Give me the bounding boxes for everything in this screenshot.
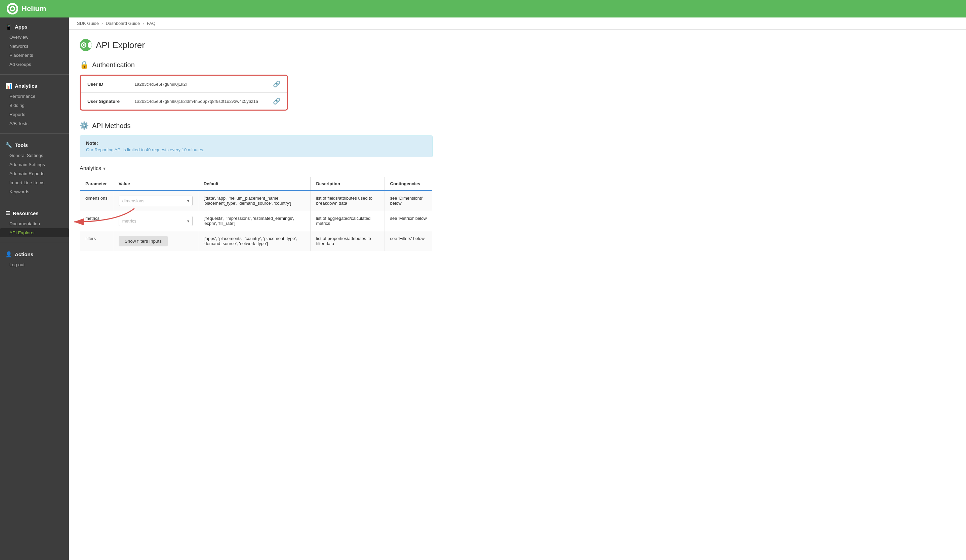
divider-2 [0,133,69,134]
chevron-down-icon: ▾ [103,166,105,171]
sidebar-item-reports[interactable]: Reports [0,110,69,119]
sidebar-item-performance[interactable]: Performance [0,92,69,101]
topbar: Helium [0,0,966,18]
default-dimensions: ['date', 'app', 'helium_placement_name',… [198,190,310,211]
sidebar-section-tools-header[interactable]: 🔧 Tools [0,139,69,151]
sidebar-item-adgroups[interactable]: Ad Groups [0,60,69,69]
sidebar-section-resources-header[interactable]: ☰ Resources [0,207,69,219]
auth-value-userid: 1a2b3c4d5e6f7g8h9i0j1k2l [135,82,266,87]
sidebar-item-api-explorer[interactable]: API Explorer [0,228,69,237]
sidebar-item-networks[interactable]: Networks [0,42,69,51]
auth-section-title: Authentication [92,61,135,69]
sidebar-item-keywords[interactable]: Keywords [0,187,69,196]
sidebar-section-apps-label: Apps [15,24,28,30]
divider-3 [0,202,69,202]
sidebar-section-resources: ☰ Resources Documentation API Explorer [0,204,69,241]
col-default: Default [198,177,310,191]
sidebar-section-actions-label: Actions [15,251,33,257]
default-metrics: ['requests', 'impressions', 'estimated_e… [198,211,310,231]
sidebar-item-documentation[interactable]: Documentation [0,219,69,228]
description-filters: list of properties/attributes to filter … [310,231,384,251]
auth-label-signature: User Signature [87,99,135,104]
sidebar-section-tools: 🔧 Tools General Settings Adomain Setting… [0,136,69,200]
sidebar-section-analytics-label: Analytics [15,83,37,89]
sidebar-item-general-settings[interactable]: General Settings [0,151,69,160]
sidebar-item-adomain-settings[interactable]: Adomain Settings [0,160,69,169]
contingencies-dimensions: see 'Dimensions' below [384,190,432,211]
sidebar-item-adomain-reports[interactable]: Adomain Reports [0,169,69,178]
note-text: Our Reporting API is limited to 40 reque… [86,147,426,152]
col-description: Description [310,177,384,191]
divider-1 [0,74,69,75]
sidebar-item-bidding[interactable]: Bidding [0,101,69,110]
api-methods-table: Parameter Value Default Description Cont… [80,177,432,251]
api-methods-header: ⚙️ API Methods [80,122,955,130]
divider-4 [0,243,69,243]
page-title-row: API Explorer [80,39,955,51]
sidebar-item-overview[interactable]: Overview [0,33,69,42]
analytics-section-header[interactable]: Analytics ▾ [80,165,955,171]
gear-icon: ⚙️ [80,122,89,130]
content-area: API Explorer 🔒 Authentication User ID 1a… [69,30,966,560]
link-icon-userid[interactable]: 🔗 [266,80,280,88]
breadcrumb-item-dashboard[interactable]: Dashboard Guide [105,21,140,26]
sidebar-item-placements[interactable]: Placements [0,51,69,60]
note-box: Note: Our Reporting API is limited to 40… [80,135,432,157]
table-row: filters Show filters Inputs ['apps', 'pl… [80,231,432,251]
sidebar-item-import-line-items[interactable]: Import Line Items [0,178,69,187]
sidebar-item-logout[interactable]: Log out [0,260,69,269]
auth-value-signature: 1a2b3c4d5e6f7g8h9i0j1k2l3m4n5o6p7q8r9s0t… [135,99,266,104]
description-metrics: list of aggregated/calculated metrics [310,211,384,231]
svg-point-2 [11,7,14,10]
table-row: metrics metrics ['requests', 'impression… [80,211,432,231]
analytics-section-label: Analytics [80,165,101,171]
note-title: Note: [86,141,426,146]
contingencies-metrics: see 'Metrics' below [384,211,432,231]
value-metrics[interactable]: metrics [113,211,198,231]
breadcrumb: SDK Guide › Dashboard Guide › FAQ [69,18,966,30]
lock-icon: 🔒 [80,61,89,69]
table-row: dimensions dimensions ['date', 'app', 'h… [80,190,432,211]
metrics-select-wrapper[interactable]: metrics [119,216,192,226]
phone-icon: 📱 [5,23,12,30]
auth-section-header: 🔒 Authentication [80,61,955,69]
breadcrumb-item-sdk[interactable]: SDK Guide [77,21,99,26]
sidebar-section-analytics: 📊 Analytics Performance Bidding Reports … [0,77,69,131]
table-header-row: Parameter Value Default Description Cont… [80,177,432,191]
api-methods-title: API Methods [92,122,131,130]
auth-box: User ID 1a2b3c4d5e6f7g8h9i0j1k2l 🔗 User … [80,75,288,111]
auth-row-userid: User ID 1a2b3c4d5e6f7g8h9i0j1k2l 🔗 [80,76,287,93]
logo[interactable]: Helium [7,3,46,15]
contingencies-filters: see 'Filters' below [384,231,432,251]
sidebar-section-apps: 📱 Apps Overview Networks Placements Ad G… [0,18,69,72]
default-filters: ['apps', 'placements', 'country', 'place… [198,231,310,251]
sidebar-section-apps-header[interactable]: 📱 Apps [0,21,69,33]
param-filters: filters [80,231,113,251]
show-filters-button[interactable]: Show filters Inputs [119,236,168,246]
dimensions-select-wrapper[interactable]: dimensions [119,195,192,206]
col-value: Value [113,177,198,191]
api-methods-section: ⚙️ API Methods Note: Our Reporting API i… [80,122,955,251]
dimensions-select[interactable]: dimensions [119,195,192,206]
description-dimensions: list of fields/attributes used to breakd… [310,190,384,211]
col-parameter: Parameter [80,177,113,191]
sidebar-section-actions: 👤 Actions Log out [0,245,69,273]
metrics-select[interactable]: metrics [119,216,192,226]
person-icon: 👤 [5,251,12,258]
auth-row-signature: User Signature 1a2b3c4d5e6f7g8h9i0j1k2l3… [80,93,287,110]
param-metrics: metrics [80,211,113,231]
sidebar-item-abtests[interactable]: A/B Tests [0,119,69,128]
sidebar-section-resources-label: Resources [13,210,39,216]
logo-icon [7,3,18,15]
sidebar-section-actions-header[interactable]: 👤 Actions [0,248,69,260]
breadcrumb-item-faq[interactable]: FAQ [147,21,156,26]
col-contingencies: Contingencies [384,177,432,191]
resources-icon: ☰ [5,210,10,217]
main-layout: 📱 Apps Overview Networks Placements Ad G… [0,18,966,560]
app-name: Helium [21,4,46,13]
value-filters[interactable]: Show filters Inputs [113,231,198,251]
value-dimensions[interactable]: dimensions [113,190,198,211]
link-icon-signature[interactable]: 🔗 [266,97,280,105]
sidebar-section-analytics-header[interactable]: 📊 Analytics [0,80,69,92]
auth-label-userid: User ID [87,82,135,87]
